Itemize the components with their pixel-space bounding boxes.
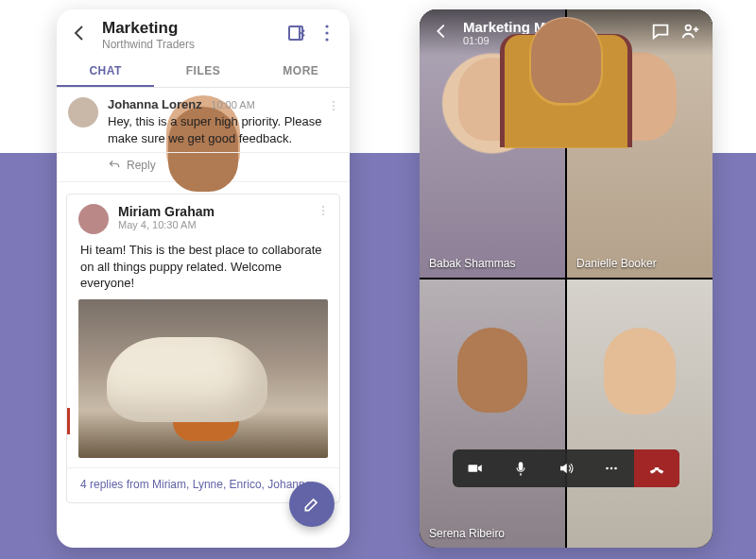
post-time: May 4, 10:30 AM — [118, 219, 215, 230]
compose-button[interactable] — [289, 482, 335, 527]
avatar — [78, 204, 109, 234]
message-options-icon[interactable] — [327, 99, 340, 116]
chat-title-block: Marketing Northwind Traders — [102, 19, 278, 51]
add-participant-icon[interactable] — [680, 21, 701, 45]
tab-more[interactable]: MORE — [252, 55, 350, 87]
post-options-icon[interactable] — [317, 204, 330, 221]
chat-screen: Marketing Northwind Traders CHAT FILES M… — [57, 9, 350, 548]
tab-files[interactable]: FILES — [154, 55, 251, 87]
svg-point-4 — [333, 101, 335, 103]
svg-point-10 — [686, 25, 692, 29]
meeting-header: Marketing Meeting 01:09 — [420, 9, 713, 56]
message-meta: Johanna Lorenz 10:00 AM — [108, 97, 338, 111]
more-vertical-icon[interactable] — [316, 22, 338, 48]
camera-button[interactable] — [453, 449, 498, 487]
speaker-button[interactable] — [543, 449, 589, 487]
mic-button[interactable] — [498, 449, 543, 487]
back-icon[interactable] — [431, 21, 452, 45]
svg-point-1 — [325, 25, 328, 27]
post-card[interactable]: Miriam Graham May 4, 10:30 AM Hi team! T… — [66, 194, 340, 503]
svg-point-7 — [322, 206, 324, 208]
svg-point-3 — [325, 38, 328, 41]
svg-point-13 — [614, 467, 617, 470]
participant-name: Danielle Booker — [576, 257, 657, 270]
more-button[interactable] — [589, 449, 634, 487]
hangup-button[interactable] — [634, 449, 679, 487]
participant-tile[interactable]: Serena Ribeiro — [420, 280, 565, 548]
svg-point-11 — [606, 467, 609, 470]
post-text: Hi team! This is the best place to colla… — [67, 238, 339, 299]
svg-point-6 — [333, 109, 335, 110]
message-text: Hey, this is a super high priority. Plea… — [108, 113, 338, 146]
svg-point-5 — [333, 105, 335, 107]
post-image[interactable] — [78, 299, 328, 458]
video-feed — [420, 280, 565, 548]
message-item[interactable]: Johanna Lorenz 10:00 AM Hey, this is a s… — [57, 88, 350, 153]
reply-label: Reply — [127, 159, 156, 172]
back-icon[interactable] — [68, 22, 91, 48]
svg-point-8 — [322, 210, 324, 212]
participant-name: Serena Ribeiro — [429, 527, 505, 540]
chat-subtitle: Northwind Traders — [102, 38, 278, 51]
svg-point-2 — [325, 31, 328, 34]
svg-point-12 — [610, 467, 613, 470]
video-feed — [567, 280, 713, 548]
chat-tabs: CHAT FILES MORE — [57, 55, 350, 88]
call-controls — [453, 449, 679, 487]
participant-tile[interactable] — [567, 280, 713, 548]
message-time: 10:00 AM — [211, 99, 254, 110]
panel-toggle-icon[interactable] — [285, 22, 308, 48]
sender-name: Johanna Lorenz — [108, 97, 202, 111]
meeting-screen: Marketing Meeting 01:09 Babak Shammas Da… — [420, 9, 713, 548]
participant-name: Babak Shammas — [429, 257, 515, 270]
chat-icon[interactable] — [650, 21, 671, 45]
avatar — [68, 97, 98, 127]
post-sender: Miriam Graham — [118, 204, 215, 219]
tab-chat[interactable]: CHAT — [57, 55, 154, 87]
unread-indicator — [67, 408, 70, 434]
svg-point-9 — [322, 213, 324, 215]
chat-header: Marketing Northwind Traders — [57, 9, 350, 55]
chat-title: Marketing — [102, 19, 278, 38]
meeting-title-block: Marketing Meeting 01:09 — [463, 19, 641, 46]
meeting-duration: 01:09 — [463, 35, 641, 46]
